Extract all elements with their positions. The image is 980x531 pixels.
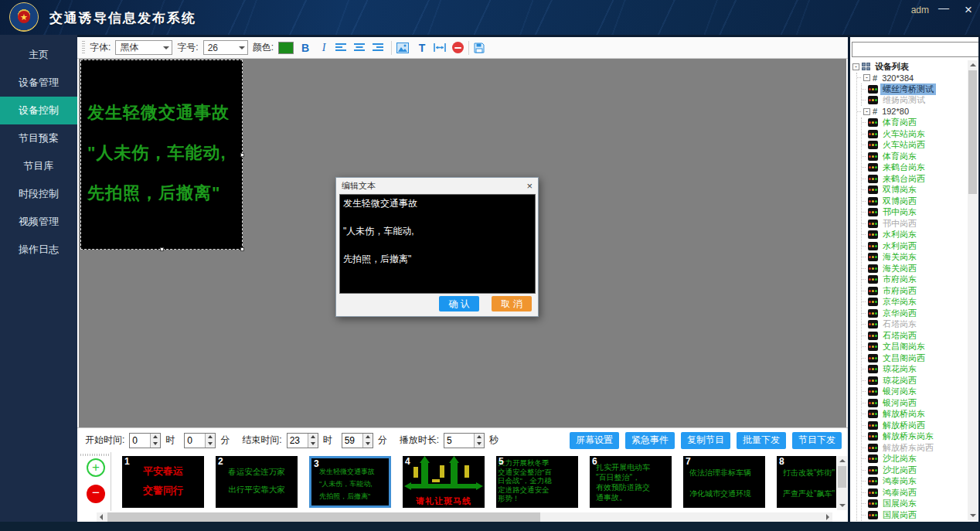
dialog-close-icon[interactable]: × bbox=[526, 180, 533, 192]
thumbnail-3[interactable]: 3发生轻微交通事故"人未伤，车能动,先拍照，后撤离" bbox=[309, 456, 391, 508]
thumbnail-8[interactable]: 8打击改装"炸街"严查严处"飙车" bbox=[777, 456, 836, 508]
minimize-icon[interactable]: — bbox=[938, 2, 949, 14]
vertical-scrollbar[interactable] bbox=[837, 456, 847, 510]
sidebar-item-主页[interactable]: 主页 bbox=[0, 41, 77, 69]
thumbnail-4[interactable]: 4请礼让斑马线 bbox=[403, 456, 485, 508]
spinner-up-icon[interactable] bbox=[363, 434, 373, 441]
horizontal-scrollbar[interactable] bbox=[97, 512, 832, 522]
dialog-titlebar[interactable]: 编辑文本 × bbox=[336, 178, 538, 193]
tree-item-国展岗西[interactable]: 国展岗西 bbox=[862, 509, 967, 521]
tree-group-320*384[interactable]: -#320*384 bbox=[857, 73, 967, 84]
spinner-down-icon[interactable] bbox=[475, 441, 484, 448]
confirm-button[interactable]: 确 认 bbox=[439, 296, 479, 311]
spinner-up-icon[interactable] bbox=[206, 434, 215, 441]
spinner-up-icon[interactable] bbox=[151, 434, 160, 441]
scroll-left-icon[interactable] bbox=[97, 512, 106, 522]
sidebar-item-时段控制[interactable]: 时段控制 bbox=[0, 180, 77, 208]
save-icon[interactable] bbox=[474, 43, 488, 53]
align-right-icon[interactable] bbox=[373, 43, 386, 53]
insert-image-icon[interactable] bbox=[396, 43, 410, 53]
sidebar-item-操作日志[interactable]: 操作日志 bbox=[0, 236, 77, 264]
tree-item-京华岗东[interactable]: 京华岗东 bbox=[862, 297, 967, 308]
tree-item-双博岗西[interactable]: 双博岗西 bbox=[862, 196, 967, 207]
tree-scrollbar[interactable] bbox=[968, 60, 978, 520]
tree-item-文昌阁岗西[interactable]: 文昌阁岗西 bbox=[862, 352, 967, 364]
scroll-down-icon[interactable] bbox=[968, 511, 978, 520]
stop-icon[interactable] bbox=[452, 42, 464, 53]
sidebar-item-节目库[interactable]: 节目库 bbox=[0, 152, 77, 180]
tree-group-192*80[interactable]: -#192*80 bbox=[857, 106, 967, 117]
font-select[interactable]: 黑体 bbox=[115, 40, 172, 55]
action-button-屏幕设置[interactable]: 屏幕设置 bbox=[570, 432, 619, 449]
tree-item-双博岗东[interactable]: 双博岗东 bbox=[862, 185, 967, 196]
tree-item-京华岗西[interactable]: 京华岗西 bbox=[862, 308, 967, 319]
tree-item-琼花岗西[interactable]: 琼花岗西 bbox=[862, 375, 967, 386]
scroll-down-icon[interactable] bbox=[837, 501, 847, 510]
bold-button[interactable]: B bbox=[298, 42, 312, 54]
start-hour-input[interactable] bbox=[130, 434, 150, 448]
action-button-紧急事件[interactable]: 紧急事件 bbox=[625, 432, 675, 449]
color-swatch[interactable] bbox=[278, 42, 294, 54]
sidebar-item-节目预案[interactable]: 节目预案 bbox=[0, 124, 77, 152]
sidebar-item-视频管理[interactable]: 视频管理 bbox=[0, 208, 77, 236]
action-button-批量下发[interactable]: 批量下发 bbox=[737, 432, 786, 449]
tree-item-琼花岗东[interactable]: 琼花岗东 bbox=[862, 364, 967, 376]
tree-item-鸿泰岗西[interactable]: 鸿泰岗西 bbox=[862, 487, 967, 499]
tree-item-邗中岗东[interactable]: 邗中岗东 bbox=[862, 207, 967, 219]
cancel-button[interactable]: 取 消 bbox=[492, 296, 532, 311]
dialog-textarea[interactable]: 发生轻微交通事故 "人未伤，车能动, 先拍照，后撤离" bbox=[339, 194, 536, 294]
edit-canvas[interactable]: 发生轻微交通事故"人未伤，车能动,先拍照，后撤离" 编辑文本 × 发生轻微交通事… bbox=[79, 59, 846, 427]
scrollbar-track[interactable] bbox=[837, 465, 847, 501]
tree-item-解放桥岗西[interactable]: 解放桥岗西 bbox=[862, 420, 967, 431]
tree-expander-icon[interactable]: - bbox=[852, 63, 859, 70]
tree-item-国展岗东[interactable]: 国展岗东 bbox=[862, 499, 967, 510]
align-left-icon[interactable] bbox=[335, 43, 349, 53]
spinner-down-icon[interactable] bbox=[308, 441, 318, 448]
resize-width-icon[interactable] bbox=[434, 43, 447, 53]
thumbnail-1[interactable]: 1平安春运交警同行 bbox=[122, 456, 204, 508]
tree-root[interactable]: -设备列表 bbox=[852, 61, 967, 73]
tree-item-水利岗西[interactable]: 水利岗西 bbox=[862, 240, 967, 252]
scroll-up-icon[interactable] bbox=[968, 60, 978, 70]
spinner-down-icon[interactable] bbox=[363, 441, 373, 448]
resize-handle[interactable] bbox=[160, 247, 164, 251]
resize-handle[interactable] bbox=[240, 153, 244, 157]
close-icon[interactable]: × bbox=[965, 2, 972, 18]
tree-item-石塔岗西[interactable]: 石塔岗西 bbox=[862, 330, 967, 342]
tree-item-银河岗东[interactable]: 银河岗东 bbox=[862, 386, 967, 398]
tree-item-石塔岗东[interactable]: 石塔岗东 bbox=[862, 319, 967, 331]
thumbnail-6[interactable]: 6扎实开展电动车"百日整治"，有效预防道路交通事故。 bbox=[590, 456, 672, 508]
scrollbar-thumb[interactable] bbox=[968, 70, 977, 194]
resize-handle[interactable] bbox=[240, 247, 244, 251]
add-frame-button[interactable]: + bbox=[87, 458, 105, 477]
tree-item-螺丝湾桥测试[interactable]: 螺丝湾桥测试 bbox=[862, 83, 967, 95]
tree-item-火车站岗西[interactable]: 火车站岗西 bbox=[862, 140, 967, 151]
tree-item-沙北岗西[interactable]: 沙北岗西 bbox=[862, 465, 967, 476]
scrollbar-thumb[interactable] bbox=[838, 466, 846, 488]
duration-input[interactable] bbox=[444, 434, 474, 448]
tree-item-鸿泰岗东[interactable]: 鸿泰岗东 bbox=[862, 476, 967, 488]
tree-item-解放桥东岗西[interactable]: 解放桥东岗西 bbox=[862, 442, 967, 454]
tree-item-文昌阁岗东[interactable]: 文昌阁岗东 bbox=[862, 342, 967, 353]
tree-item-来鹤台岗东[interactable]: 来鹤台岗东 bbox=[862, 162, 967, 174]
tree-item-市府岗西[interactable]: 市府岗西 bbox=[862, 285, 967, 297]
tree-item-火车站岗东[interactable]: 火车站岗东 bbox=[862, 128, 967, 140]
tree-expander-icon[interactable]: - bbox=[863, 74, 870, 81]
insert-text-icon[interactable]: T bbox=[415, 42, 429, 54]
device-search-input[interactable] bbox=[852, 42, 978, 57]
tree-item-海关岗东[interactable]: 海关岗东 bbox=[862, 252, 967, 264]
thumbnail-2[interactable]: 2春运安全连万家出行平安靠大家 bbox=[216, 456, 298, 508]
remove-frame-button[interactable]: − bbox=[87, 485, 105, 503]
scroll-right-icon[interactable] bbox=[823, 512, 832, 522]
tree-expander-icon[interactable]: - bbox=[863, 108, 870, 115]
tree-item-来鹤台岗西[interactable]: 来鹤台岗西 bbox=[862, 173, 967, 185]
spinner-down-icon[interactable] bbox=[151, 441, 160, 448]
tree-item-维扬岗测试[interactable]: 维扬岗测试 bbox=[862, 95, 967, 107]
tree-item-水利岗东[interactable]: 水利岗东 bbox=[862, 230, 967, 241]
spinner-up-icon[interactable] bbox=[308, 434, 318, 441]
sidebar-item-设备控制[interactable]: 设备控制 bbox=[0, 97, 77, 124]
scrollbar-thumb[interactable] bbox=[107, 512, 540, 522]
thumbnail-7[interactable]: 7依法治理非标车辆净化城市交通环境 bbox=[683, 456, 765, 508]
action-button-节目下发[interactable]: 节目下发 bbox=[792, 432, 842, 449]
end-hour-input[interactable] bbox=[288, 434, 308, 448]
